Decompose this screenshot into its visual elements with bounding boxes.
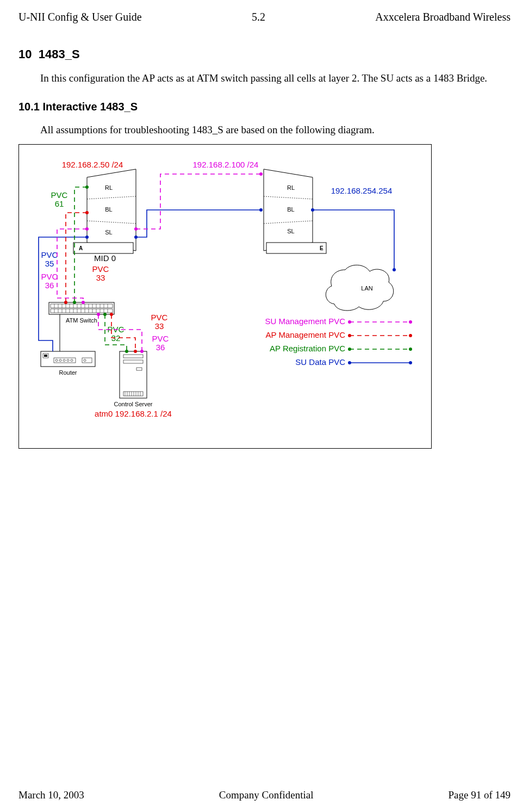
page-footer: March 10, 2003 Company Confidential Page… <box>18 789 511 801</box>
header-center: 5.2 <box>252 11 265 23</box>
svg-point-73 <box>125 350 128 353</box>
svg-point-83 <box>140 350 144 353</box>
subsection-name: Interactive 1483_S <box>43 101 138 113</box>
svg-rect-9 <box>51 304 113 308</box>
router-label: Router <box>59 369 77 376</box>
svg-rect-53 <box>123 355 143 358</box>
su-bl: BL <box>287 206 294 213</box>
lan-cloud: LAN <box>326 265 393 311</box>
svg-point-67 <box>311 208 314 212</box>
paragraph: In this configuration the AP acts as at … <box>18 71 511 85</box>
svg-rect-7 <box>266 243 326 253</box>
pvc33a-label: PVC33 <box>92 264 109 282</box>
svg-point-71 <box>73 301 76 304</box>
svg-point-80 <box>85 227 89 231</box>
legend-ap-reg: AP Registration PVC <box>270 344 345 353</box>
svg-point-78 <box>134 227 138 231</box>
ap-sl: SL <box>105 229 112 235</box>
router-icon: Router <box>41 351 95 376</box>
su-mgmt-ip: 192.168.2.100 /24 <box>193 160 259 169</box>
lan-label: LAN <box>361 285 372 292</box>
svg-rect-55 <box>136 368 142 370</box>
svg-rect-43 <box>44 355 47 357</box>
line-ap-mgmt-upper <box>66 213 87 302</box>
pvc36b-label: PVC36 <box>152 334 169 352</box>
line-su-mgmt-ap-su <box>136 174 261 229</box>
pvc33b-label: PVC33 <box>151 313 168 331</box>
network-diagram: RL BL SL A MID 0 RL BL SL E LAN <box>18 144 432 449</box>
line-su-mgmt-ap-atm <box>57 229 87 302</box>
svg-point-79 <box>259 172 263 176</box>
control-server: Control Server atm0 192.168.2.1 /24 <box>95 351 172 418</box>
control-server-ip: atm0 192.168.2.1 /24 <box>95 409 172 418</box>
legend-ap-mgmt: AP Management PVC <box>266 330 346 339</box>
svg-point-66 <box>259 208 263 212</box>
footer-left: March 10, 2003 <box>18 789 84 801</box>
control-server-label: Control Server <box>114 401 153 407</box>
svg-point-68 <box>393 268 396 271</box>
atm-label: ATM Switch <box>66 317 97 324</box>
lan-ip: 192.168.254.254 <box>331 186 393 195</box>
subsection-heading: 10.1 Interactive 1483_S <box>18 101 511 113</box>
header-left: U-NII Config & User Guide <box>18 11 142 23</box>
svg-point-95 <box>409 361 412 364</box>
line-ap-su-data <box>136 210 261 237</box>
pvc36a-label: PVC36 <box>41 272 58 290</box>
header-right: Axxcelera Broadband Wireless <box>375 11 511 23</box>
svg-rect-54 <box>123 360 143 363</box>
svg-point-92 <box>409 348 412 351</box>
legend-su-data: SU Data PVC <box>295 357 345 367</box>
svg-rect-44 <box>54 358 76 363</box>
paragraph: All assumptions for troubleshooting 1483… <box>18 123 511 137</box>
pvc32-label: PVC32 <box>108 325 125 343</box>
ap-bl: BL <box>105 206 112 213</box>
su-sl: SL <box>287 228 294 234</box>
svg-point-76 <box>110 313 113 316</box>
svg-point-89 <box>409 334 412 337</box>
svg-point-94 <box>348 361 351 364</box>
svg-point-86 <box>409 320 412 324</box>
section-num: 10 <box>18 47 32 61</box>
svg-point-88 <box>348 334 351 337</box>
ap-letter: A <box>79 245 83 251</box>
footer-right: Page 91 of 149 <box>448 789 511 801</box>
svg-point-85 <box>348 320 351 324</box>
footer-center: Company Confidential <box>219 789 314 801</box>
pvc61-label: PVC61 <box>51 190 68 208</box>
section-heading: 10 1483_S <box>18 47 511 61</box>
section-name: 1483_S <box>39 47 80 61</box>
su-rl: RL <box>287 184 295 191</box>
ap-ip: 192.168.2.50 /24 <box>62 160 123 169</box>
svg-point-69 <box>85 235 89 239</box>
legend: SU Management PVC AP Management PVC AP R… <box>265 317 412 367</box>
svg-rect-52 <box>120 351 147 398</box>
svg-rect-10 <box>51 309 113 313</box>
page-header: U-NII Config & User Guide 5.2 Axxcelera … <box>18 11 511 23</box>
ap-mid: MID 0 <box>94 253 116 263</box>
svg-point-81 <box>82 301 85 304</box>
svg-rect-50 <box>82 358 92 363</box>
svg-point-91 <box>348 348 351 351</box>
svg-point-70 <box>85 185 89 189</box>
ap-rl: RL <box>105 184 113 191</box>
subsection-num: 10.1 <box>18 101 40 113</box>
diagram-svg: RL BL SL A MID 0 RL BL SL E LAN <box>19 145 432 449</box>
pvc35-label: PVC35 <box>41 250 58 268</box>
svg-point-82 <box>97 313 100 316</box>
svg-point-72 <box>103 313 107 316</box>
su-letter: E <box>320 245 323 251</box>
svg-point-74 <box>85 211 89 214</box>
su-block: RL BL SL E <box>264 169 326 253</box>
line-su-lan <box>313 210 394 270</box>
svg-point-65 <box>134 235 138 239</box>
svg-point-77 <box>134 350 137 353</box>
svg-point-75 <box>64 301 67 304</box>
svg-rect-56 <box>123 392 143 396</box>
legend-su-mgmt: SU Management PVC <box>265 317 345 326</box>
ap-block: RL BL SL A MID 0 <box>73 169 136 263</box>
